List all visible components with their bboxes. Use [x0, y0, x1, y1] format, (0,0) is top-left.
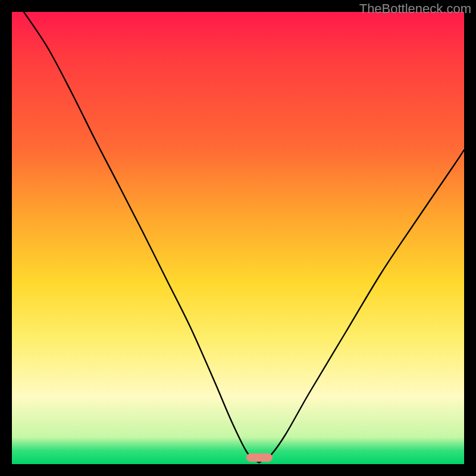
chart-marker — [246, 453, 273, 462]
chart-curve — [24, 12, 464, 463]
chart-plot-area — [12, 12, 464, 464]
chart-curve-svg — [12, 12, 464, 464]
watermark-text: TheBottleneck.com — [359, 1, 471, 17]
